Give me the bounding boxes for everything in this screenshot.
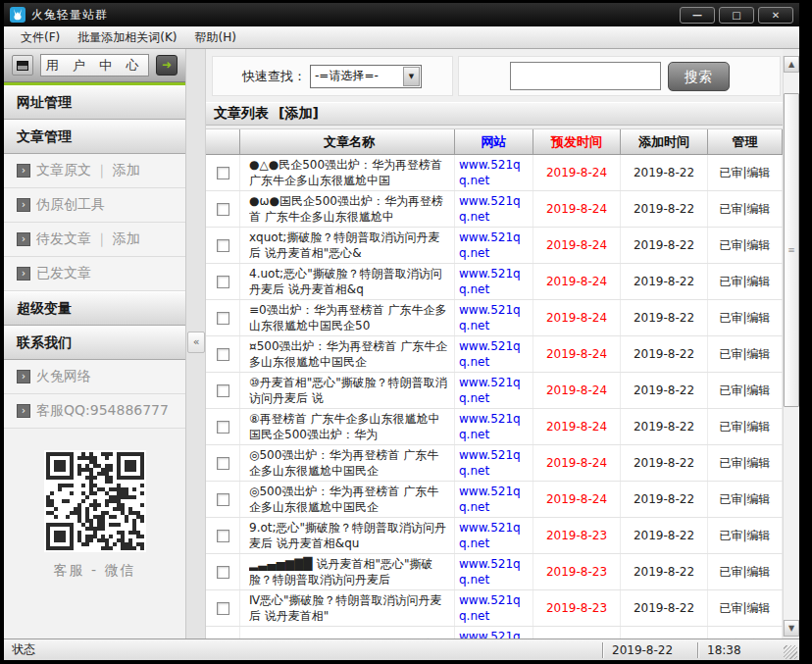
site-link[interactable]: www.521qq.net: [459, 629, 529, 638]
sidebar-section-super-variables[interactable]: 超级变量: [4, 291, 185, 326]
manage-links[interactable]: 已审|编辑: [719, 201, 770, 218]
manage-links[interactable]: 已审|编辑: [719, 564, 770, 581]
row-checkbox[interactable]: [217, 457, 229, 470]
title-bar[interactable]: 火兔轻量站群 — □ ✕: [4, 3, 799, 26]
table-row: ¤500强出炉：华为再登榜首 广东牛企多山东很尴尬中国民企 www.521qq.…: [206, 336, 783, 373]
sidebar-item-huotu-network[interactable]: ›火兔网络: [4, 360, 185, 394]
manage-links[interactable]: 已审|编辑: [719, 346, 770, 363]
pre-publish-time: 2019-8-24: [546, 238, 607, 252]
manage-links[interactable]: 已审|编辑: [719, 383, 770, 399]
maximize-button[interactable]: □: [719, 7, 754, 24]
manage-links[interactable]: 已审|编辑: [719, 237, 770, 254]
vertical-scrollbar[interactable]: ▲ ≡ ▼: [783, 56, 799, 637]
row-checkbox[interactable]: [217, 530, 229, 542]
pre-publish-time: 2019-8-24: [546, 456, 607, 470]
row-checkbox[interactable]: [217, 384, 229, 397]
manage-links[interactable]: 已审|编辑: [719, 310, 770, 327]
site-link[interactable]: www.521qq.net: [459, 266, 529, 297]
search-panel: 搜索: [458, 56, 781, 96]
row-checkbox[interactable]: [217, 167, 229, 179]
close-button[interactable]: ✕: [758, 7, 793, 24]
sidebar-item-published-articles[interactable]: ›已发文章: [4, 257, 185, 291]
thumb-grip-icon: ≡: [787, 247, 795, 253]
window-mini-button[interactable]: [12, 55, 33, 76]
list-header: 文章列表 [添加]: [206, 102, 783, 126]
row-checkbox[interactable]: [217, 348, 229, 361]
row-checkbox[interactable]: [217, 602, 229, 615]
site-link[interactable]: www.521qq.net: [459, 157, 529, 188]
scrollbar-track[interactable]: ≡: [784, 73, 799, 620]
add-time: 2019-8-22: [634, 275, 694, 288]
manage-links[interactable]: 已审|编辑: [719, 274, 770, 290]
row-checkbox[interactable]: [217, 566, 229, 579]
collapse-sidebar-button[interactable]: «: [187, 332, 205, 353]
site-link[interactable]: www.521qq.net: [459, 447, 529, 479]
row-checkbox[interactable]: [217, 421, 229, 434]
go-arrow-button[interactable]: ➜: [156, 55, 178, 76]
status-time: 18:38: [699, 643, 784, 657]
table-row: ●ω●国民企500强出炉：华为再登榜首 广东牛企多山东很尴尬中 www.521q…: [206, 191, 783, 228]
site-link[interactable]: www.521qq.net: [459, 556, 529, 587]
user-center-button[interactable]: 用 户 中 心: [40, 54, 149, 77]
sidebar-section-article-management[interactable]: 文章管理: [4, 120, 185, 154]
scroll-up-icon[interactable]: ▲: [784, 56, 799, 73]
column-header[interactable]: 网站: [455, 129, 533, 154]
sidebar-item-article-original[interactable]: ›文章原文｜添加: [4, 154, 185, 188]
quick-find-label: 快速查找：: [242, 68, 306, 85]
sidebar-item-pseudo-original-tool[interactable]: ›伪原创工具: [4, 188, 185, 223]
scrollbar-thumb[interactable]: ≡: [784, 93, 799, 407]
site-link[interactable]: www.521qq.net: [459, 193, 529, 225]
minimize-button[interactable]: —: [680, 7, 715, 24]
site-link[interactable]: www.521qq.net: [459, 592, 529, 624]
menu-help[interactable]: 帮助(H): [186, 26, 245, 49]
row-checkbox[interactable]: [217, 203, 229, 216]
manage-links[interactable]: 已审|编辑: [719, 419, 770, 435]
search-button[interactable]: 搜索: [668, 62, 730, 91]
site-link[interactable]: www.521qq.net: [459, 520, 529, 551]
chevron-right-icon: ›: [17, 164, 30, 178]
status-date: 2019-8-22: [604, 643, 697, 657]
list-add-link[interactable]: [添加]: [279, 105, 319, 123]
nav-item-label: 待发文章: [36, 230, 91, 248]
column-header[interactable]: 预发时间: [533, 129, 621, 154]
manage-links[interactable]: 已审|编辑: [719, 528, 770, 544]
status-label: 状态: [4, 641, 602, 658]
add-time: 2019-8-22: [634, 565, 694, 579]
site-link[interactable]: www.521qq.net: [459, 230, 529, 261]
quick-find-select[interactable]: -=请选择=- ▼: [310, 65, 422, 88]
row-checkbox[interactable]: [217, 493, 229, 506]
scroll-down-icon[interactable]: ▼: [784, 620, 799, 637]
add-time: 2019-8-22: [634, 383, 694, 397]
column-header[interactable]: 管理: [708, 129, 783, 154]
search-input[interactable]: [510, 62, 661, 90]
resize-grip[interactable]: [784, 645, 797, 659]
site-link[interactable]: www.521qq.net: [459, 302, 529, 333]
sidebar-item-service-qq[interactable]: ›客服QQ:954886777: [4, 394, 185, 429]
site-link[interactable]: www.521qq.net: [459, 411, 529, 442]
manage-links[interactable]: 已审|编辑: [719, 165, 770, 181]
manage-links[interactable]: 已审|编辑: [719, 600, 770, 617]
site-link[interactable]: www.521qq.net: [459, 375, 529, 406]
table-row: 4.uot;恶心"撕破脸？特朗普取消访问丹麦后 说丹麦首相&q www.521q…: [206, 264, 783, 300]
sidebar-section-url-management[interactable]: 网址管理: [4, 85, 185, 120]
row-checkbox[interactable]: [217, 276, 229, 288]
table-row: ●△●民企500强出炉：华为再登榜首 广东牛企多山东很尴尬中国 www.521q…: [206, 155, 783, 191]
menu-batch-add-keywords[interactable]: 批量添加相关词(K): [69, 26, 185, 49]
manage-links[interactable]: 已审|编辑: [719, 491, 770, 508]
article-name: ⅹquot;撕破脸？特朗普取消访问丹麦后 说丹麦首相"恶心&: [249, 230, 449, 261]
site-link[interactable]: www.521qq.net: [459, 338, 529, 370]
nav-add-link[interactable]: 添加: [113, 162, 140, 179]
sidebar-section-contact-us[interactable]: 联系我们: [4, 326, 185, 360]
menu-file[interactable]: 文件(F): [12, 26, 69, 49]
site-link[interactable]: www.521qq.net: [459, 484, 529, 515]
column-header[interactable]: 添加时间: [621, 129, 708, 154]
pre-publish-time: 2019-8-23: [546, 601, 607, 615]
row-checkbox[interactable]: [217, 312, 229, 325]
pre-publish-time: 2019-8-24: [546, 202, 607, 216]
add-time: 2019-8-22: [634, 601, 694, 615]
nav-add-link[interactable]: 添加: [113, 230, 140, 248]
manage-links[interactable]: 已审|编辑: [719, 455, 770, 472]
sidebar-item-pending-articles[interactable]: ›待发文章｜添加: [4, 223, 185, 257]
row-checkbox[interactable]: [217, 239, 229, 252]
column-header[interactable]: 文章名称: [240, 129, 455, 154]
